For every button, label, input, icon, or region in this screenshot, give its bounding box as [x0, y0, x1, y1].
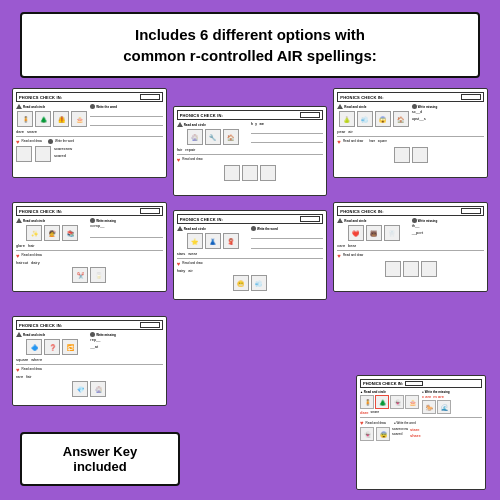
ws-img: 🦺 — [53, 111, 69, 127]
top-banner: Includes 6 different options with common… — [20, 12, 480, 78]
ws-title-2: PHONICS CHECK IN: — [177, 110, 324, 120]
ws-title-6: PHONICS CHECK IN: — [337, 206, 484, 216]
ws-img: 🎂 — [71, 111, 87, 127]
ws-title-5: PHONICS CHECK IN: — [177, 214, 324, 224]
worksheet-5: PHONICS CHECK IN: Read and circle ⭐ 👗 🧣 … — [173, 210, 328, 300]
ws-img-draw — [16, 146, 32, 162]
ws-title-4: PHONICS CHECK IN: — [16, 206, 163, 216]
ws-img: 🧍 — [17, 111, 33, 127]
ws-img-draw — [35, 146, 51, 162]
ws-title-1: PHONICS CHECK IN: — [16, 92, 163, 102]
worksheets-grid: PHONICS CHECK IN: Read and circle 🧍 🌲 🦺 … — [12, 88, 488, 406]
worksheet-3: PHONICS CHECK IN: Read and circle 🍐 💨 😱 … — [333, 88, 488, 178]
top-banner-text: Includes 6 different options with common… — [123, 26, 377, 64]
worksheet-4: PHONICS CHECK IN: Read and circle ✨ 💇 📚 … — [12, 202, 167, 292]
ws-img: 🌲 — [35, 111, 51, 127]
worksheet-6: PHONICS CHECK IN: Read and circle ❤️ 🐻 🦷… — [333, 202, 488, 292]
answer-key-ws-title: PHONICS CHECK IN: — [360, 379, 482, 388]
ws-title-3: PHONICS CHECK IN: — [337, 92, 484, 102]
worksheet-1: PHONICS CHECK IN: Read and circle 🧍 🌲 🦺 … — [12, 88, 167, 178]
answer-key-box: Answer Key included — [20, 432, 180, 486]
ws-title-7: PHONICS CHECK IN: — [16, 320, 163, 330]
worksheet-2: PHONICS CHECK IN: Read and circle 🎡 🔧 🏠 … — [173, 106, 328, 196]
worksheet-7: PHONICS CHECK IN: Read and circle 🔷 ❓ 🔁 … — [12, 316, 167, 406]
answer-key-worksheet: PHONICS CHECK IN: ▲ Read and circle 🧍 🌲 … — [356, 375, 486, 490]
answer-key-label: Answer Key included — [63, 444, 137, 474]
